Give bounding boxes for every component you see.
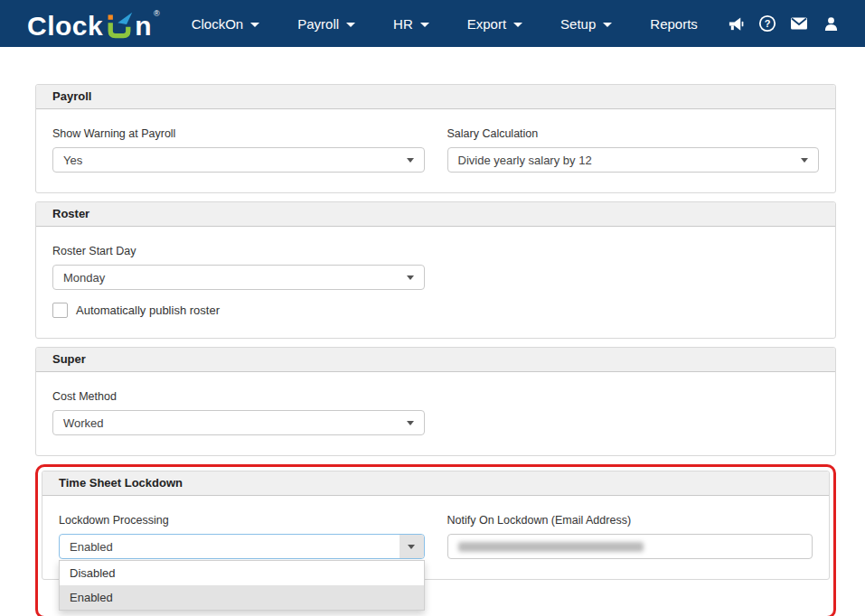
highlight-annotation: Time Sheet Lockdown Lockdown Processing … [35, 464, 836, 616]
lockdown-processing-options: Disabled Enabled [59, 560, 425, 611]
section-body-roster: Roster Start Day Monday Automatically pu… [36, 227, 835, 338]
dropdown-value: Divide yearly salary by 12 [458, 154, 592, 167]
menu-label: Setup [560, 16, 596, 32]
section-payroll: Payroll Show Warning at Payroll Yes Sala… [35, 84, 836, 193]
top-navbar: Clock n ® ClockOn Payroll HR Export Setu… [0, 0, 865, 47]
notify-email-input[interactable] [447, 534, 813, 559]
main-menu: ClockOn Payroll HR Export Setup Reports [173, 0, 717, 47]
chevron-down-icon [250, 23, 259, 27]
cost-method-dropdown[interactable]: Worked [52, 410, 425, 435]
dropdown-value: Enabled [60, 535, 400, 558]
menu-item-setup[interactable]: Setup [541, 0, 631, 47]
section-super: Super Cost Method Worked [35, 347, 836, 456]
chevron-down-icon [603, 23, 612, 27]
salary-calculation-dropdown[interactable]: Divide yearly salary by 12 [447, 147, 820, 173]
show-warning-dropdown[interactable]: Yes [52, 147, 425, 173]
field-show-warning: Show Warning at Payroll Yes [52, 126, 425, 173]
section-title-time-sheet-lockdown: Time Sheet Lockdown [42, 471, 829, 496]
field-cost-method: Cost Method Worked [52, 389, 425, 435]
section-title-super: Super [36, 348, 835, 372]
field-lockdown-processing: Lockdown Processing Enabled Disabled Ena… [59, 513, 425, 559]
field-label: Show Warning at Payroll [52, 126, 425, 141]
checkbox-label: Automatically publish roster [76, 303, 220, 317]
section-title-roster: Roster [36, 202, 835, 227]
announcement-icon[interactable] [727, 14, 745, 33]
chevron-down-icon [408, 545, 415, 549]
section-time-sheet-lockdown: Time Sheet Lockdown Lockdown Processing … [42, 471, 830, 580]
navbar-icon-group: ? [727, 14, 840, 33]
section-roster: Roster Roster Start Day Monday Automatic… [35, 201, 836, 339]
menu-label: Reports [650, 16, 698, 32]
auto-publish-roster-checkbox[interactable] [52, 303, 68, 318]
menu-item-hr[interactable]: HR [374, 0, 448, 47]
auto-publish-roster-row: Automatically publish roster [52, 303, 425, 318]
menu-label: HR [393, 16, 413, 32]
clockon-o-icon [105, 8, 134, 42]
section-body-lockdown: Lockdown Processing Enabled Disabled Ena… [42, 496, 829, 579]
redacted-email-value [458, 542, 644, 552]
field-roster-start-day: Roster Start Day Monday Automatically pu… [52, 244, 425, 318]
chevron-down-icon [407, 421, 414, 425]
dropdown-value: Monday [63, 271, 105, 285]
registered-mark: ® [154, 10, 160, 18]
field-salary-calculation: Salary Calculation Divide yearly salary … [447, 126, 820, 173]
field-label: Roster Start Day [52, 244, 425, 258]
roster-start-day-dropdown[interactable]: Monday [52, 265, 425, 290]
logo-text-n: n [135, 13, 152, 40]
menu-item-payroll[interactable]: Payroll [278, 0, 374, 47]
field-label: Salary Calculation [447, 126, 820, 141]
lockdown-processing-dropdown[interactable]: Enabled [59, 534, 425, 559]
section-body-super: Cost Method Worked [36, 372, 835, 455]
dropdown-value: Yes [63, 154, 82, 167]
mail-icon[interactable] [790, 14, 808, 33]
dropdown-value: Worked [63, 416, 104, 430]
menu-item-clockon[interactable]: ClockOn [173, 0, 279, 47]
chevron-down-icon [346, 23, 355, 27]
option-enabled[interactable]: Enabled [60, 585, 424, 610]
chevron-down-icon [407, 275, 414, 280]
field-notify-on-lockdown: Notify On Lockdown (Email Address) [447, 513, 813, 559]
menu-label: ClockOn [192, 16, 244, 32]
menu-label: Export [467, 16, 506, 32]
chevron-down-icon [407, 158, 414, 163]
clockon-logo[interactable]: Clock n ® [27, 8, 160, 40]
field-label: Notify On Lockdown (Email Address) [447, 513, 813, 527]
field-label: Cost Method [52, 389, 425, 404]
section-title-payroll: Payroll [36, 85, 835, 109]
menu-label: Payroll [297, 16, 339, 32]
section-body-payroll: Show Warning at Payroll Yes Salary Calcu… [36, 109, 835, 192]
chevron-down-icon [801, 158, 808, 163]
chevron-down-icon [420, 23, 429, 27]
field-label: Lockdown Processing [59, 513, 425, 527]
menu-item-reports[interactable]: Reports [631, 0, 717, 47]
logo-text-clock: Clock [27, 13, 103, 40]
help-icon[interactable]: ? [758, 14, 776, 33]
settings-page: Payroll Show Warning at Payroll Yes Sala… [35, 84, 836, 616]
dropdown-button[interactable] [400, 535, 424, 558]
user-icon[interactable] [822, 14, 840, 33]
svg-text:?: ? [765, 18, 771, 29]
option-disabled[interactable]: Disabled [60, 561, 424, 585]
menu-item-export[interactable]: Export [448, 0, 541, 47]
chevron-down-icon [513, 23, 522, 27]
